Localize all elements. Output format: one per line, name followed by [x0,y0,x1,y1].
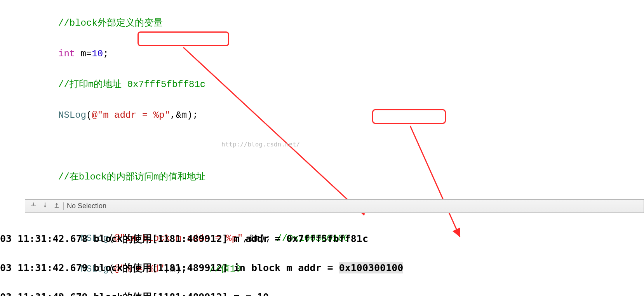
console-line: 03 11:31:42.679 block的使用[1181:489912] m … [0,290,403,296]
code-comment: //在block的内部访问m的值和地址 [58,172,205,182]
code-call: NSLog [58,110,86,120]
code-text: ,&m); [170,110,198,120]
code-text: m= [75,49,92,59]
code-comment: //block外部定义的变量 [58,18,163,28]
code-number: 10 [92,49,103,59]
selected-text: 0x100300100 [339,262,404,273]
code-comment: //打印m的地址 [58,79,127,90]
debug-status-label: No Selection [67,202,106,210]
toggle-breakpoints-icon[interactable] [28,202,39,211]
step-out-icon[interactable] [51,202,63,211]
console-output[interactable]: 03 11:31:42.678 block的使用[1181:489912] m … [0,217,403,296]
code-string: "m addr = %p" [97,110,170,120]
code-at: @ [92,110,97,120]
svg-marker-3 [44,206,46,208]
console-line: 03 11:31:42.678 block的使用[1181:489912] m … [0,232,403,246]
console-line: 03 11:31:42.679 block的使用[1181:489912] in… [0,261,403,275]
toolbar-separator [63,202,64,210]
code-text: ; [103,49,108,59]
code-keyword: int [58,49,75,59]
code-text: ( [86,110,92,120]
step-in-icon[interactable] [39,202,51,211]
debug-toolbar: No Selection [25,199,644,213]
highlighted-address-1: 0x7fff5fbff81c [127,79,206,90]
svg-marker-4 [56,203,58,205]
